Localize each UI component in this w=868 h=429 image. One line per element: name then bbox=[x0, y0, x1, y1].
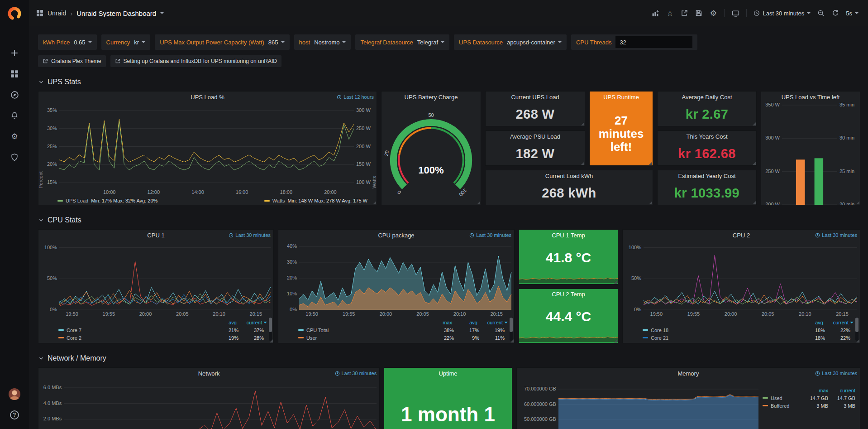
series-name[interactable]: Core 7 bbox=[67, 328, 81, 333]
series-name[interactable]: UPS Load bbox=[66, 198, 88, 203]
variable-ups-max-output[interactable]: UPS Max Output Power Capacity (Watt) 865 bbox=[155, 34, 289, 50]
section-header-cpu-stats[interactable]: CPU Stats bbox=[38, 216, 860, 224]
series-color-dash bbox=[58, 337, 64, 338]
panel-title[interactable]: CPU 2 Temp bbox=[552, 291, 585, 298]
panel-title[interactable]: Memory bbox=[677, 370, 699, 377]
grafana-logo[interactable] bbox=[0, 0, 29, 27]
panel-title[interactable]: Uptime bbox=[439, 370, 457, 377]
variable-value[interactable]: 0.65 bbox=[74, 39, 91, 46]
legend-value: 37% bbox=[238, 328, 264, 333]
panel-title[interactable]: Estimated Yearly Cost bbox=[678, 173, 735, 179]
panel-title[interactable]: Current UPS Load bbox=[511, 94, 559, 101]
legend-column-current[interactable]: current bbox=[477, 320, 503, 325]
clock-icon bbox=[335, 371, 340, 376]
panel-title[interactable]: UPS Battery Charge bbox=[405, 94, 458, 101]
save-dashboard-button[interactable] bbox=[692, 6, 705, 20]
variable-ups-datasource[interactable]: UPS Datasource apcupsd-container bbox=[454, 34, 567, 50]
cycle-view-mode-button[interactable] bbox=[729, 6, 742, 20]
link-grafana-plex-theme[interactable]: Grafana Plex Theme bbox=[38, 55, 106, 67]
legend-column-max[interactable]: max bbox=[427, 320, 452, 325]
legend-scrollbar bbox=[269, 317, 272, 341]
panel-title[interactable]: CPU 2 bbox=[733, 232, 750, 239]
legend-column-current[interactable]: current bbox=[237, 320, 262, 325]
legend-column-current[interactable]: current bbox=[828, 388, 855, 393]
explore-icon[interactable] bbox=[0, 84, 29, 105]
panel-title[interactable]: Average Daily Cost bbox=[682, 94, 732, 101]
panel-title[interactable]: Network bbox=[198, 370, 220, 377]
legend-row: Core 21 18% 22% bbox=[643, 334, 854, 342]
panel-title[interactable]: UPS Load vs Time left bbox=[782, 94, 840, 101]
panel-ups-load-vs-time-left: UPS Load vs Time left 350 W300 W250 W200… bbox=[761, 91, 860, 205]
series-name[interactable]: Core 2 bbox=[67, 335, 81, 341]
panel-title[interactable]: Current Load kWh bbox=[545, 173, 593, 179]
create-icon[interactable] bbox=[0, 43, 29, 63]
series-name[interactable]: Watts bbox=[272, 198, 285, 203]
ups-load-vs-time-chart[interactable]: 350 W300 W250 W200 W35 min30 min25 min20… bbox=[761, 102, 860, 205]
section-header-ups-stats[interactable]: UPS Stats bbox=[38, 78, 860, 86]
dashboard-title[interactable]: Unraid System Dashboard bbox=[76, 10, 156, 17]
server-admin-icon[interactable] bbox=[0, 147, 29, 168]
legend-column-current[interactable]: current bbox=[823, 320, 849, 325]
add-panel-button[interactable] bbox=[649, 6, 662, 20]
variable-value[interactable]: Nostromo bbox=[314, 39, 346, 46]
dashboard-settings-button[interactable]: ⚙ bbox=[707, 6, 720, 20]
cpu-package-chart[interactable]: 40%30%20%10%0%19:5019:5520:0020:0520:102… bbox=[278, 241, 514, 318]
legend-value: 22% bbox=[825, 335, 850, 341]
series-name[interactable]: Core 21 bbox=[651, 335, 668, 341]
scrollbar-thumb[interactable] bbox=[269, 318, 272, 332]
legend-column-max[interactable]: max bbox=[801, 388, 828, 393]
panel-title[interactable]: UPS Load % bbox=[191, 94, 224, 101]
panel-title[interactable]: CPU 1 Temp bbox=[552, 232, 585, 239]
legend-value: 11% bbox=[479, 335, 505, 341]
x-axis-tick: 18:00 bbox=[278, 189, 294, 195]
scrollbar-thumb[interactable] bbox=[855, 318, 858, 332]
panel-title[interactable]: UPS Runtime bbox=[603, 94, 639, 101]
refresh-button[interactable] bbox=[829, 6, 842, 20]
time-range-picker[interactable]: Last 30 minutes bbox=[751, 6, 813, 20]
section-title: CPU Stats bbox=[48, 216, 81, 224]
ups-load-chart[interactable]: 35%30%25%20%15%300 W250 W200 W150 W100 W… bbox=[38, 102, 377, 196]
user-avatar[interactable] bbox=[0, 384, 29, 405]
share-dashboard-button[interactable] bbox=[678, 6, 691, 20]
series-name[interactable]: User bbox=[306, 335, 317, 341]
panel-title[interactable]: CPU package bbox=[378, 232, 414, 239]
breadcrumb-app[interactable]: Unraid bbox=[48, 10, 66, 17]
cpu-threads-input[interactable] bbox=[615, 36, 692, 48]
dashboards-icon[interactable] bbox=[0, 63, 29, 84]
scrollbar-thumb[interactable] bbox=[510, 318, 513, 332]
variable-value[interactable]: apcupsd-container bbox=[507, 39, 562, 46]
legend-column-avg[interactable]: avg bbox=[452, 320, 477, 325]
chart-canvas bbox=[38, 102, 377, 196]
alerting-icon[interactable] bbox=[0, 105, 29, 126]
legend-column-avg[interactable]: avg bbox=[798, 320, 823, 325]
zoom-out-button[interactable] bbox=[815, 6, 827, 20]
legend-column-avg[interactable]: avg bbox=[211, 320, 237, 325]
network-chart[interactable]: 6.0 MBs4.0 MBs2.0 MBs bbox=[38, 379, 379, 429]
section-header-network-memory[interactable]: Network / Memory bbox=[38, 354, 860, 362]
series-name[interactable]: CPU Total bbox=[306, 328, 329, 333]
panel-title[interactable]: This Years Cost bbox=[686, 133, 727, 140]
cpu2-chart[interactable]: 100%50%0%19:5019:5520:0020:0520:1020:15 bbox=[623, 241, 860, 318]
variable-label: host bbox=[299, 39, 310, 46]
memory-chart[interactable]: 70.000000 GB60.000000 GB50.000000 GB bbox=[517, 379, 761, 429]
series-name[interactable]: Buffered bbox=[771, 403, 789, 409]
link-ups-monitoring-guide[interactable]: Setting up Grafana and InfluxDB for UPS … bbox=[110, 55, 282, 67]
variable-value[interactable]: Telegraf bbox=[417, 39, 444, 46]
star-dashboard-button[interactable]: ☆ bbox=[663, 6, 676, 20]
configuration-icon[interactable]: ⚙ bbox=[0, 126, 29, 147]
series-name[interactable]: Used bbox=[771, 395, 782, 401]
variable-value[interactable]: kr bbox=[134, 39, 145, 46]
help-icon[interactable]: ? bbox=[0, 405, 29, 425]
variable-currency[interactable]: Currency kr bbox=[101, 34, 151, 50]
panel-title[interactable]: CPU 1 bbox=[147, 232, 164, 239]
external-link-icon bbox=[43, 58, 48, 64]
panel-title[interactable]: Average PSU Load bbox=[510, 133, 560, 140]
cpu1-chart[interactable]: 100%50%0%19:5019:5520:0020:0520:1020:15 bbox=[38, 241, 273, 318]
variable-value[interactable]: 865 bbox=[268, 39, 285, 46]
variable-kwh-price[interactable]: kWh Price 0.65 bbox=[38, 34, 97, 50]
variable-telegraf-datasource[interactable]: Telegraf Datasource Telegraf bbox=[355, 34, 449, 50]
refresh-interval-picker[interactable]: 5s bbox=[844, 6, 861, 20]
series-name[interactable]: Core 18 bbox=[651, 328, 668, 333]
chevron-down-icon[interactable] bbox=[160, 12, 164, 14]
variable-host[interactable]: host Nostromo bbox=[294, 34, 351, 50]
